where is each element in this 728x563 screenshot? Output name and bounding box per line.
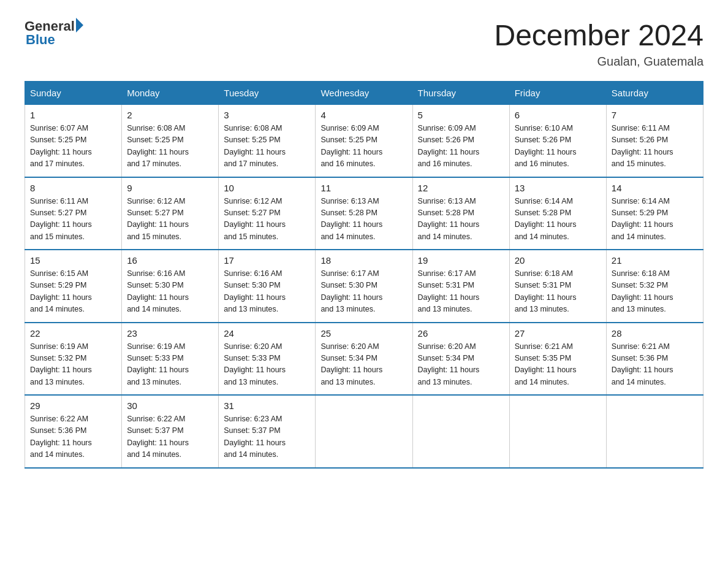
calendar-cell: 21Sunrise: 6:18 AM Sunset: 5:32 PM Dayli… <box>606 250 703 323</box>
day-number: 17 <box>224 255 310 266</box>
calendar-day-header: Thursday <box>412 82 509 105</box>
calendar-subtitle: Gualan, Guatemala <box>494 55 703 69</box>
day-info: Sunrise: 6:11 AM Sunset: 5:27 PM Dayligh… <box>30 196 116 243</box>
day-info: Sunrise: 6:17 AM Sunset: 5:30 PM Dayligh… <box>320 268 407 316</box>
calendar-week-row: 22Sunrise: 6:19 AM Sunset: 5:32 PM Dayli… <box>25 323 703 396</box>
calendar-cell: 19Sunrise: 6:17 AM Sunset: 5:31 PM Dayli… <box>412 250 509 323</box>
calendar-cell: 12Sunrise: 6:13 AM Sunset: 5:28 PM Dayli… <box>412 177 509 250</box>
calendar-cell: 4Sunrise: 6:09 AM Sunset: 5:25 PM Daylig… <box>316 105 412 177</box>
calendar-cell: 18Sunrise: 6:17 AM Sunset: 5:30 PM Dayli… <box>316 250 412 323</box>
calendar-cell: 28Sunrise: 6:21 AM Sunset: 5:36 PM Dayli… <box>606 323 703 396</box>
day-number: 4 <box>320 110 407 120</box>
calendar-day-header: Friday <box>509 82 606 105</box>
calendar-day-header: Saturday <box>606 82 703 105</box>
calendar-cell: 9Sunrise: 6:12 AM Sunset: 5:27 PM Daylig… <box>122 177 219 250</box>
day-info: Sunrise: 6:09 AM Sunset: 5:25 PM Dayligh… <box>320 123 407 170</box>
calendar-cell: 5Sunrise: 6:09 AM Sunset: 5:26 PM Daylig… <box>412 105 509 177</box>
calendar-cell: 22Sunrise: 6:19 AM Sunset: 5:32 PM Dayli… <box>25 323 122 396</box>
calendar-title: December 2024 <box>494 18 703 52</box>
day-number: 11 <box>320 183 407 193</box>
day-info: Sunrise: 6:17 AM Sunset: 5:31 PM Dayligh… <box>418 268 504 316</box>
day-number: 27 <box>515 328 601 339</box>
calendar-cell: 20Sunrise: 6:18 AM Sunset: 5:31 PM Dayli… <box>509 250 606 323</box>
day-info: Sunrise: 6:09 AM Sunset: 5:26 PM Dayligh… <box>418 123 504 170</box>
calendar-cell: 8Sunrise: 6:11 AM Sunset: 5:27 PM Daylig… <box>25 177 122 250</box>
day-number: 3 <box>224 110 310 120</box>
calendar-cell: 2Sunrise: 6:08 AM Sunset: 5:25 PM Daylig… <box>122 105 219 177</box>
day-number: 2 <box>127 110 213 120</box>
day-info: Sunrise: 6:21 AM Sunset: 5:36 PM Dayligh… <box>612 341 698 389</box>
day-info: Sunrise: 6:16 AM Sunset: 5:30 PM Dayligh… <box>127 268 213 316</box>
calendar-cell: 10Sunrise: 6:12 AM Sunset: 5:27 PM Dayli… <box>219 177 316 250</box>
day-info: Sunrise: 6:20 AM Sunset: 5:34 PM Dayligh… <box>320 341 407 389</box>
calendar-cell: 14Sunrise: 6:14 AM Sunset: 5:29 PM Dayli… <box>606 177 703 250</box>
day-info: Sunrise: 6:13 AM Sunset: 5:28 PM Dayligh… <box>418 196 504 243</box>
day-number: 5 <box>418 110 504 120</box>
calendar-cell: 6Sunrise: 6:10 AM Sunset: 5:26 PM Daylig… <box>509 105 606 177</box>
day-number: 15 <box>30 255 116 266</box>
day-info: Sunrise: 6:14 AM Sunset: 5:28 PM Dayligh… <box>515 196 601 243</box>
calendar-week-row: 15Sunrise: 6:15 AM Sunset: 5:29 PM Dayli… <box>25 250 703 323</box>
day-number: 24 <box>224 328 310 339</box>
day-info: Sunrise: 6:11 AM Sunset: 5:26 PM Dayligh… <box>612 123 698 170</box>
calendar-cell: 13Sunrise: 6:14 AM Sunset: 5:28 PM Dayli… <box>509 177 606 250</box>
calendar-cell: 26Sunrise: 6:20 AM Sunset: 5:34 PM Dayli… <box>412 323 509 396</box>
calendar-cell <box>509 395 606 468</box>
calendar-week-row: 1Sunrise: 6:07 AM Sunset: 5:25 PM Daylig… <box>25 105 703 177</box>
calendar-cell: 30Sunrise: 6:22 AM Sunset: 5:37 PM Dayli… <box>122 395 219 468</box>
day-info: Sunrise: 6:08 AM Sunset: 5:25 PM Dayligh… <box>224 123 310 170</box>
calendar-cell: 16Sunrise: 6:16 AM Sunset: 5:30 PM Dayli… <box>122 250 219 323</box>
day-info: Sunrise: 6:20 AM Sunset: 5:34 PM Dayligh… <box>418 341 504 389</box>
day-number: 1 <box>30 110 116 120</box>
page-header: General Blue December 2024 Gualan, Guate… <box>25 18 703 69</box>
calendar-cell: 3Sunrise: 6:08 AM Sunset: 5:25 PM Daylig… <box>219 105 316 177</box>
title-block: December 2024 Gualan, Guatemala <box>494 18 703 69</box>
calendar-cell: 24Sunrise: 6:20 AM Sunset: 5:33 PM Dayli… <box>219 323 316 396</box>
day-info: Sunrise: 6:18 AM Sunset: 5:32 PM Dayligh… <box>612 268 698 316</box>
logo-triangle-icon <box>76 18 83 33</box>
day-info: Sunrise: 6:21 AM Sunset: 5:35 PM Dayligh… <box>515 341 601 389</box>
day-info: Sunrise: 6:13 AM Sunset: 5:28 PM Dayligh… <box>320 196 407 243</box>
day-number: 12 <box>418 183 504 193</box>
day-info: Sunrise: 6:10 AM Sunset: 5:26 PM Dayligh… <box>515 123 601 170</box>
day-info: Sunrise: 6:23 AM Sunset: 5:37 PM Dayligh… <box>224 413 310 461</box>
day-number: 13 <box>515 183 601 193</box>
day-number: 23 <box>127 328 213 339</box>
calendar-cell <box>316 395 412 468</box>
calendar-day-header: Tuesday <box>219 82 316 105</box>
calendar-cell <box>606 395 703 468</box>
logo-blue-text: Blue <box>26 32 55 48</box>
day-number: 25 <box>320 328 407 339</box>
day-number: 28 <box>612 328 698 339</box>
calendar-cell: 29Sunrise: 6:22 AM Sunset: 5:36 PM Dayli… <box>25 395 122 468</box>
calendar-cell: 31Sunrise: 6:23 AM Sunset: 5:37 PM Dayli… <box>219 395 316 468</box>
day-info: Sunrise: 6:12 AM Sunset: 5:27 PM Dayligh… <box>224 196 310 243</box>
day-info: Sunrise: 6:22 AM Sunset: 5:36 PM Dayligh… <box>30 413 116 461</box>
day-number: 6 <box>515 110 601 120</box>
day-number: 14 <box>612 183 698 193</box>
day-info: Sunrise: 6:08 AM Sunset: 5:25 PM Dayligh… <box>127 123 213 170</box>
calendar-table: SundayMondayTuesdayWednesdayThursdayFrid… <box>25 81 703 469</box>
calendar-week-row: 29Sunrise: 6:22 AM Sunset: 5:36 PM Dayli… <box>25 395 703 468</box>
calendar-cell: 1Sunrise: 6:07 AM Sunset: 5:25 PM Daylig… <box>25 105 122 177</box>
calendar-cell: 17Sunrise: 6:16 AM Sunset: 5:30 PM Dayli… <box>219 250 316 323</box>
day-info: Sunrise: 6:07 AM Sunset: 5:25 PM Dayligh… <box>30 123 116 170</box>
day-number: 7 <box>612 110 698 120</box>
calendar-cell: 27Sunrise: 6:21 AM Sunset: 5:35 PM Dayli… <box>509 323 606 396</box>
day-info: Sunrise: 6:19 AM Sunset: 5:32 PM Dayligh… <box>30 341 116 389</box>
calendar-day-header: Sunday <box>25 82 122 105</box>
day-number: 16 <box>127 255 213 266</box>
day-info: Sunrise: 6:12 AM Sunset: 5:27 PM Dayligh… <box>127 196 213 243</box>
logo: General Blue <box>25 18 83 48</box>
day-number: 26 <box>418 328 504 339</box>
calendar-cell: 7Sunrise: 6:11 AM Sunset: 5:26 PM Daylig… <box>606 105 703 177</box>
day-info: Sunrise: 6:20 AM Sunset: 5:33 PM Dayligh… <box>224 341 310 389</box>
calendar-cell: 11Sunrise: 6:13 AM Sunset: 5:28 PM Dayli… <box>316 177 412 250</box>
day-number: 31 <box>224 400 310 411</box>
day-number: 29 <box>30 400 116 411</box>
calendar-week-row: 8Sunrise: 6:11 AM Sunset: 5:27 PM Daylig… <box>25 177 703 250</box>
calendar-cell: 25Sunrise: 6:20 AM Sunset: 5:34 PM Dayli… <box>316 323 412 396</box>
day-info: Sunrise: 6:18 AM Sunset: 5:31 PM Dayligh… <box>515 268 601 316</box>
day-number: 20 <box>515 255 601 266</box>
day-number: 22 <box>30 328 116 339</box>
